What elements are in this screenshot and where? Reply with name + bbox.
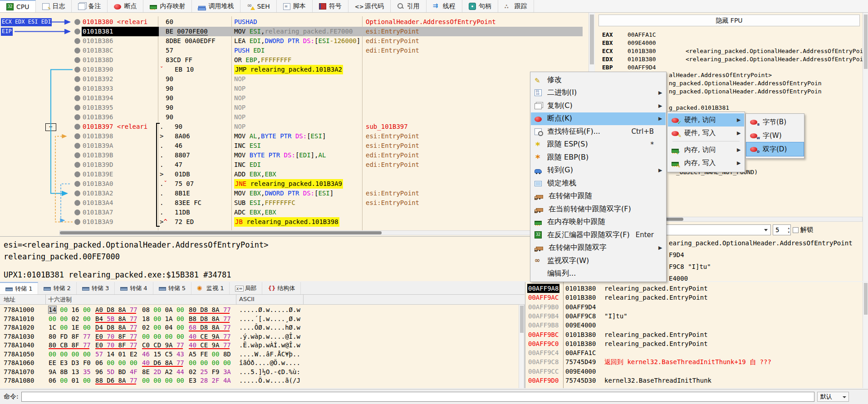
menu-item-二进制(I)[interactable]: 二进制(I)▶ — [531, 87, 666, 100]
toolbar-tab-SEH[interactable]: SEH — [240, 0, 276, 12]
submenu-item-硬件, 写入[interactable]: 硬件, 写入▶ — [668, 127, 744, 140]
cpu-icon — [6, 3, 14, 10]
instruction-text: NOP — [234, 103, 245, 112]
bottom-tab-局部[interactable]: 局部 — [230, 282, 262, 294]
disassembly-pane[interactable]: 0101B380 <releari60PUSHADOptionalHeader.… — [0, 13, 594, 281]
menu-item-在转储中跟随[interactable]: 在转储中跟随 — [531, 190, 666, 203]
menu-item-编辑列...[interactable]: 编辑列... — [531, 268, 666, 281]
submenu-item-双字(D)[interactable]: 双字(D) — [746, 142, 804, 156]
bottom-tab-转储 2[interactable]: 转储 2 — [38, 282, 76, 294]
toolbar-tab-线程[interactable]: 线程 — [427, 0, 462, 12]
submenu-item-字节(B)[interactable]: 字节(B) — [746, 115, 804, 129]
submenu-arrow-icon: ▶ — [658, 245, 663, 251]
handles-icon — [469, 3, 476, 10]
watch1-icon — [197, 285, 204, 292]
menu-item-在内存映射中跟随[interactable]: 在内存映射中跟随 — [531, 216, 666, 229]
menu-item-复制(C)[interactable]: 复制(C)▶ — [531, 99, 666, 112]
watch-icon — [535, 257, 542, 264]
toolbar-tab-label: 引用 — [407, 2, 420, 10]
menu-item-shortcut: Ctrl+B — [631, 127, 654, 136]
dump-icon — [120, 287, 128, 291]
register-row[interactable]: EBP00AFF9D4 — [602, 63, 613, 72]
register-row[interactable]: EBX009E4000 — [602, 39, 613, 47]
dump-pane[interactable]: 转储 1转储 2转储 3转储 4转储 5监视 1局部结构体 地址 十六进制 AS… — [0, 282, 525, 388]
instruction-comment: edi:EntryPoint — [366, 46, 419, 55]
toolbar-tab-CPU[interactable]: CPU — [0, 0, 36, 12]
stack-comment: kernel32.BaseThreadInitThunk — [604, 376, 711, 385]
toolbar-tab-引用[interactable]: 引用 — [391, 0, 427, 12]
lock-stack-icon — [535, 181, 542, 186]
toolbar-tab-跟踪[interactable]: 跟踪 — [498, 0, 534, 12]
toolbar-tab-断点[interactable]: 断点 — [108, 0, 143, 12]
bp-byte-icon — [750, 120, 757, 125]
toolbar-tab-备注[interactable]: 备注 — [72, 0, 108, 12]
stack-address: 00AFF9C4 — [528, 348, 559, 357]
toolbar-tab-内存映射[interactable]: 内存映射 — [143, 0, 192, 12]
menu-item-跟随 EBP(B)[interactable]: 跟随 EBP(B) — [531, 151, 666, 164]
toolbar-tab-源代码[interactable]: 源代码 — [348, 0, 391, 12]
submenu-item-硬件, 访问[interactable]: 硬件, 访问▶ — [668, 113, 744, 127]
menu-item-转到(G)[interactable]: 转到(G)▶ — [531, 164, 666, 177]
dump-tabs: 转储 1转储 2转储 3转储 4转储 5监视 1局部结构体 — [0, 282, 525, 295]
dump-ascii: .....Ö.w....ã(/J — [239, 376, 300, 385]
menu-item-断点(K)[interactable]: 断点(K)▶ — [531, 112, 666, 126]
bottom-tab-监视 1[interactable]: 监视 1 — [191, 282, 230, 294]
toolbar-tab-调用堆栈[interactable]: 调用堆栈 — [192, 0, 240, 12]
bottom-tab-结构体[interactable]: 结构体 — [262, 282, 301, 294]
bottom-tab-转储 3[interactable]: 转储 3 — [77, 282, 115, 294]
toolbar-tab-脚本[interactable]: 脚本 — [277, 0, 313, 12]
menu-item-跟随 ESP(S)[interactable]: 跟随 ESP(S)* — [531, 138, 666, 151]
menu-item-在当前转储中跟随双字(F)[interactable]: 在当前转储中跟随双字(F) — [531, 203, 666, 216]
command-profile-combobox[interactable]: 默认 — [817, 392, 849, 402]
bytes-prefix: . — [160, 141, 167, 151]
memory-map-icon — [150, 5, 157, 9]
stack-address: 00AFF9AC — [528, 293, 559, 302]
menu-separator — [672, 141, 740, 142]
dump-address: 778A1010 — [4, 315, 34, 323]
toolbar-tab-符号[interactable]: 符号 — [313, 0, 348, 12]
info-line-3: UPX1:0101B381 relearing_packed.exe:$15B3… — [4, 270, 231, 279]
menu-item-监视双字(W)[interactable]: 监视双字(W) — [531, 254, 666, 268]
menu-item-查找特征码(F)...[interactable]: 查找特征码(F)...Ctrl+B — [531, 125, 666, 138]
disassembly-hscrollbar[interactable] — [59, 230, 589, 235]
dump-address: 778A1000 — [4, 306, 34, 314]
register-row[interactable]: ECX0101B380<relearing_packed.OptionalHea… — [602, 47, 613, 55]
submenu-item-内存, 访问[interactable]: 内存, 访问▶ — [668, 143, 744, 156]
stack-address: 00AFF9B8 — [528, 321, 559, 330]
toolbar-tab-句柄[interactable]: 句柄 — [462, 0, 498, 12]
bottom-tab-转储 1[interactable]: 转储 1 — [0, 282, 38, 294]
dump-hex-group: 00 00 00 00 — [189, 359, 231, 367]
registers-vscrollbar[interactable] — [863, 13, 868, 281]
menu-item-锁定堆栈[interactable]: 锁定堆栈 — [531, 177, 666, 190]
instruction-comment: esi:EntryPoint — [366, 189, 419, 198]
bottom-tab-转储 5[interactable]: 转储 5 — [153, 282, 191, 294]
stack-pane[interactable]: 00AFF9A80101B380relearing_packed.EntryPo… — [525, 282, 868, 388]
instruction-text: MOV AL,BYTE PTR DS:[ESI] — [234, 131, 326, 141]
pointer-underline — [95, 340, 136, 341]
register-name: EBP — [602, 64, 613, 71]
menu-item-在转储中跟随双字[interactable]: 在转储中跟随双字▶ — [531, 242, 666, 255]
register-row[interactable]: EAX00AFFA1C — [602, 31, 613, 39]
toolbar-tab-日志[interactable]: 日志 — [36, 0, 72, 12]
instruction-bytes: 90 — [166, 103, 173, 112]
follow-dump-icon — [536, 208, 543, 212]
menu-item-修改[interactable]: 修改 — [531, 73, 666, 87]
dump-header-ascii: ASCII — [239, 296, 255, 302]
stack-comment: relearing_packed.EntryPoint — [604, 293, 708, 302]
arg-count-spinner[interactable]: 5 — [773, 224, 791, 235]
menu-item-在反汇编器中跟随双字(F)[interactable]: 在反汇编器中跟随双字(F)Enter — [531, 229, 666, 242]
unlock-checkbox[interactable] — [793, 227, 799, 233]
command-input[interactable] — [21, 392, 814, 402]
bottom-tab-label: 转储 2 — [53, 284, 70, 292]
dump-ascii: îãÓð....@Ö.w.... — [239, 359, 300, 367]
register-row[interactable]: EDX0101B380<relearing_packed.OptionalHea… — [602, 55, 613, 63]
dump-vscrollbar[interactable] — [519, 305, 524, 388]
stack-vscrollbar[interactable] — [863, 282, 868, 388]
submenu-item-字(W)[interactable]: 字(W) — [746, 129, 804, 142]
bottom-tab-label: 转储 1 — [15, 285, 32, 293]
pointer-underline — [142, 348, 183, 349]
submenu-item-内存, 写入[interactable]: 内存, 写入▶ — [668, 156, 744, 170]
hide-fpu-button[interactable]: 隐藏 FPU — [598, 15, 860, 26]
dump-icon — [44, 287, 51, 291]
bottom-tab-转储 4[interactable]: 转储 4 — [115, 282, 153, 294]
